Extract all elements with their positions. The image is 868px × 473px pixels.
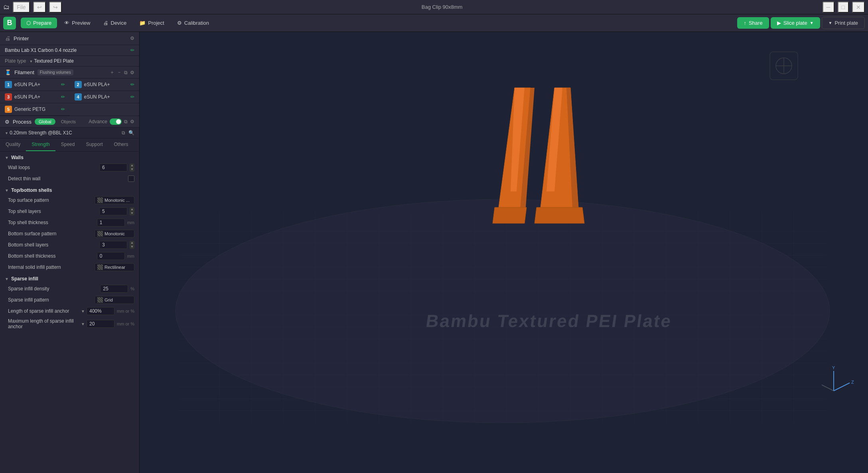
internal-solid-infill-value: Rectilinear — [105, 265, 125, 270]
sparse-infill-group-header[interactable]: ▼ Sparse infill — [0, 273, 139, 283]
printer-settings-icon[interactable]: ⚙ — [130, 35, 134, 41]
filament-ext-5[interactable]: ✏ — [61, 106, 65, 112]
top-shell-layers-row: Top shell layers ▲ ▼ — [0, 206, 139, 217]
prepare-icon: ⬡ — [26, 20, 31, 26]
internal-solid-infill-label: Internal solid infill pattern — [8, 264, 95, 270]
top-shell-thickness-input[interactable] — [97, 219, 125, 227]
wall-loops-input[interactable] — [99, 164, 127, 171]
app-icon: 🗂 — [3, 4, 10, 11]
filament-name-4: eSUN PLA+ — [84, 94, 128, 100]
bottom-surface-pattern-value: Monotonic — [105, 231, 125, 236]
top-bottom-group-header[interactable]: ▼ Top/bottom shells — [0, 184, 139, 195]
preview-icon: 👁 — [64, 20, 69, 26]
filament-item-3[interactable]: 3 eSUN PLA+ ✏ — [0, 91, 70, 103]
tab-global[interactable]: Global — [35, 118, 55, 125]
prepare-nav-btn[interactable]: ⬡ Prepare — [21, 18, 57, 28]
share-icon: ↑ — [744, 20, 746, 26]
preset-dropdown-arrow: ▼ — [5, 131, 8, 135]
tab-objects[interactable]: Objects — [57, 118, 80, 125]
wall-loops-down[interactable]: ▼ — [130, 168, 134, 171]
preview-nav-btn[interactable]: 👁 Preview — [59, 18, 96, 28]
max-anchor-row: Maximum length of sparse infill anchor ▼… — [0, 317, 139, 331]
plate-type-row: Plate type ▼ Textured PEI Plate — [0, 56, 139, 67]
wall-loops-label: Wall loops — [8, 165, 99, 170]
filament-item-2[interactable]: 2 eSUN PLA+ ✏ — [70, 79, 140, 91]
close-btn[interactable]: ✕ — [852, 2, 865, 13]
bottom-shell-layers-label: Bottom shell layers — [8, 242, 99, 248]
top-surface-pattern-label: Top surface pattern — [8, 197, 95, 203]
filament-num-2: 2 — [75, 81, 82, 88]
advance-toggle[interactable] — [110, 118, 122, 125]
tab-speed[interactable]: Speed — [55, 138, 81, 151]
printer-section-header[interactable]: 🖨 Printer ⚙ — [0, 32, 139, 45]
top-surface-pattern-dropdown[interactable]: Monotonic ... — [95, 196, 134, 204]
bottom-shell-thickness-input[interactable] — [97, 252, 125, 260]
filament-copy-btn[interactable]: ⧉ — [124, 70, 128, 75]
remove-filament-btn[interactable]: － — [117, 69, 122, 76]
bottom-shell-layers-down[interactable]: ▼ — [130, 245, 134, 249]
bottom-shell-layers-input[interactable] — [99, 241, 127, 249]
bottom-surface-pattern-dropdown[interactable]: Monotonic — [95, 230, 134, 238]
print-plate-button[interactable]: ▼ Print plate — [822, 17, 865, 29]
tab-strength[interactable]: Strength — [26, 138, 55, 151]
detect-thin-wall-checkbox[interactable] — [128, 175, 134, 182]
filament-ext-1[interactable]: ✏ — [61, 82, 65, 87]
tab-support[interactable]: Support — [80, 138, 108, 151]
top-surface-pattern-value: Monotonic ... — [105, 198, 130, 203]
tab-others[interactable]: Others — [108, 138, 134, 151]
filament-item-1[interactable]: 1 eSUN PLA+ ✏ — [0, 79, 70, 91]
anchor-length-row: Length of sparse infill anchor ▼ mm or % — [0, 305, 139, 317]
filament-item-4[interactable]: 4 eSUN PLA+ ✏ — [70, 91, 140, 103]
wall-loops-up[interactable]: ▲ — [130, 164, 134, 168]
top-shell-layers-up[interactable]: ▲ — [130, 207, 134, 211]
wall-loops-row: Wall loops ▲ ▼ — [0, 162, 139, 173]
plate-type-value[interactable]: ▼ Textured PEI Plate — [29, 58, 73, 64]
filament-settings-btn[interactable]: ⚙ — [130, 70, 134, 75]
process-icon: ⚙ — [5, 119, 10, 125]
redo-btn[interactable]: ↪ — [49, 2, 62, 13]
filament-name-5: Generic PETG — [14, 106, 59, 112]
filament-num-1: 1 — [5, 81, 12, 88]
internal-solid-infill-dropdown[interactable]: Rectilinear — [95, 263, 134, 271]
add-filament-btn[interactable]: ＋ — [110, 69, 114, 76]
max-anchor-input[interactable] — [87, 320, 114, 328]
filament-num-5: 5 — [5, 106, 12, 113]
sparse-pattern-dropdown[interactable]: Grid — [95, 296, 134, 304]
anchor-length-label: Length of sparse infill anchor — [8, 308, 81, 314]
bottom-shell-layers-row: Bottom shell layers ▲ ▼ — [0, 239, 139, 250]
flushing-badge[interactable]: Flushing volumes — [37, 69, 73, 75]
filament-ext-3[interactable]: ✏ — [61, 94, 65, 100]
top-shell-layers-input[interactable] — [99, 207, 127, 215]
anchor-length-input[interactable] — [87, 307, 114, 315]
viewport[interactable]: ⬜ ⊞ ✂ ☰ ◉ 📐 ↕ ⚙ 🔧 — [140, 32, 868, 473]
sparse-pattern-label: Sparse infill pattern — [8, 297, 95, 303]
slice-dropdown-icon: ▼ — [810, 21, 814, 25]
filament-ext-4[interactable]: ✏ — [130, 94, 134, 100]
maximize-btn[interactable]: □ — [838, 2, 849, 13]
project-nav-btn[interactable]: 📁 Project — [134, 18, 170, 28]
print-icon: ▼ — [829, 21, 832, 25]
printer-edit-link[interactable]: ✏ — [130, 47, 134, 53]
device-nav-btn[interactable]: 🖨 Device — [98, 18, 132, 28]
process-compare-btn[interactable]: ⧉ — [124, 119, 128, 124]
sparse-density-input[interactable] — [100, 285, 128, 293]
filament-ext-2[interactable]: ✏ — [130, 82, 134, 87]
top-shell-layers-down[interactable]: ▼ — [130, 211, 134, 215]
file-menu[interactable]: File — [13, 2, 30, 13]
calibration-nav-btn[interactable]: ⚙ Calibration — [172, 18, 215, 28]
process-settings-btn[interactable]: ⚙ — [130, 119, 134, 124]
share-button[interactable]: ↑ Share — [737, 17, 769, 29]
filament-item-5[interactable]: 5 Generic PETG ✏ — [0, 103, 70, 116]
undo-btn[interactable]: ↩ — [33, 2, 46, 13]
minimize-btn[interactable]: ─ — [823, 2, 834, 13]
detect-thin-wall-row: Detect thin wall — [0, 173, 139, 184]
top-shell-layers-label: Top shell layers — [8, 209, 99, 214]
preset-search-btn[interactable]: 🔍 — [128, 130, 134, 136]
tab-quality[interactable]: Quality — [0, 138, 26, 151]
top-surface-pattern-row: Top surface pattern Monotonic ... — [0, 195, 139, 206]
slice-plate-button[interactable]: ▶ Slice plate ▼ — [771, 17, 820, 29]
preset-save-btn[interactable]: ⧉ — [122, 130, 125, 136]
advance-label: Advance — [89, 119, 107, 124]
bottom-shell-layers-up[interactable]: ▲ — [130, 241, 134, 245]
walls-group-header[interactable]: ▼ Walls — [0, 152, 139, 162]
